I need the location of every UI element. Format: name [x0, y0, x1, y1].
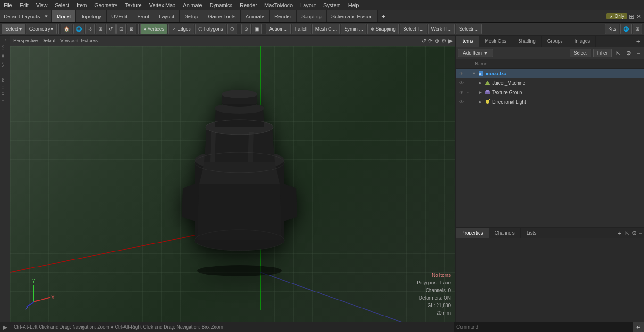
items-expand-icon[interactable]: ⇱	[614, 49, 622, 57]
sidebar-label-basic[interactable]: Ba	[0, 43, 10, 52]
geometry-button[interactable]: Geometry ▾	[26, 24, 57, 34]
item-expand-dirlight[interactable]: ▶	[479, 99, 484, 104]
add-layout-button[interactable]: +	[378, 12, 389, 21]
display-btn2[interactable]: ▣	[252, 24, 262, 34]
props-tab-add-button[interactable]: +	[614, 228, 625, 238]
items-select-btn[interactable]: Select	[570, 49, 591, 57]
props-minus-icon[interactable]: −	[639, 230, 642, 236]
items-filter-btn[interactable]: Filter	[593, 49, 612, 57]
item-eye-scene[interactable]: 👁	[458, 70, 465, 77]
transform-icon-btn[interactable]: ⊞	[96, 24, 105, 34]
mirror-icon-btn[interactable]: ⊠	[127, 24, 136, 34]
only-badge[interactable]: ★ Only	[606, 13, 627, 19]
item-row-scene[interactable]: 👁 ▼ S modo.lxo	[456, 69, 644, 78]
vp-ctrl-zoom[interactable]: ⊕	[435, 38, 439, 44]
default-layouts-dropdown[interactable]: Default Layouts ▾	[0, 10, 52, 22]
close-layout-icon[interactable]: ✕	[636, 13, 641, 20]
viewport[interactable]: Perspective Default Viewport Textures ↺ …	[10, 36, 455, 322]
rotate-icon-btn[interactable]: ↺	[106, 24, 116, 34]
item-eye-juicer[interactable]: 👁	[458, 79, 465, 87]
expand-icon[interactable]: ⊞	[629, 13, 635, 20]
viewport-textures-label[interactable]: Viewport Textures	[60, 38, 98, 43]
items-tab-meshops[interactable]: Mesh Ops	[479, 36, 512, 47]
bottom-arrow-button[interactable]: ▶	[0, 324, 10, 331]
menu-system[interactable]: System	[320, 1, 345, 9]
selecti-button[interactable]: Selecti ...	[456, 24, 482, 34]
tab-render[interactable]: Render	[270, 10, 297, 22]
falloff-button[interactable]: Falloff	[292, 24, 311, 34]
command-input[interactable]	[454, 322, 633, 332]
sidebar-label-f[interactable]: F	[0, 97, 10, 103]
item-expand-scene[interactable]: ▼	[472, 71, 478, 76]
menu-view[interactable]: View	[33, 1, 51, 9]
menu-maxtomodo[interactable]: MaxToModo	[261, 1, 297, 9]
item-row-juicer[interactable]: 👁 └ ▶ Juicer_Machine	[456, 78, 644, 88]
items-tab-add-button[interactable]: +	[633, 36, 644, 47]
menu-render[interactable]: Render	[236, 1, 261, 9]
menu-item[interactable]: Item	[73, 1, 91, 9]
sidebar-label-mesh[interactable]: Me	[0, 60, 10, 69]
menu-edit[interactable]: Edit	[16, 1, 33, 9]
edges-button[interactable]: ⟋ Edges	[168, 24, 194, 34]
mesh-type-button[interactable]: ⬡	[227, 24, 237, 34]
item-expand-juicer[interactable]: ▶	[479, 81, 484, 85]
item-eye-dirlight[interactable]: 👁	[458, 98, 465, 105]
item-row-texgrp[interactable]: 👁 └ ▶ Texture Group	[456, 88, 644, 97]
menu-help[interactable]: Help	[345, 1, 363, 9]
action-button[interactable]: Action ...	[266, 24, 291, 34]
props-tab-properties[interactable]: Properties	[456, 228, 489, 238]
display-btn1[interactable]: ⊙	[241, 24, 251, 34]
item-expand-texgrp[interactable]: ▶	[479, 90, 484, 95]
menu-vertexmap[interactable]: Vertex Map	[146, 1, 180, 9]
vp-ctrl-reset[interactable]: ⟳	[428, 38, 433, 44]
items-minus-icon[interactable]: −	[635, 49, 642, 57]
menu-texture[interactable]: Texture	[121, 1, 146, 9]
props-tab-lists[interactable]: Lists	[521, 228, 543, 238]
menu-geometry[interactable]: Geometry	[91, 1, 121, 9]
items-tab-images[interactable]: Images	[569, 36, 596, 47]
items-settings-icon[interactable]: ⚙	[624, 49, 633, 57]
props-tab-channels[interactable]: Channels	[489, 228, 521, 238]
menu-dynamics[interactable]: Dynamics	[206, 1, 236, 9]
tab-scripting[interactable]: Scripting	[297, 10, 327, 22]
viewport-perspective-label[interactable]: Perspective	[13, 38, 38, 43]
sidebar-label-duplicate[interactable]: Du	[0, 52, 10, 60]
select-button[interactable]: Select ▾	[2, 24, 25, 34]
item-eye-texgrp[interactable]: 👁	[458, 89, 465, 96]
item-row-dirlight[interactable]: 👁 └ ▶ Directional Light	[456, 97, 644, 106]
tab-setup[interactable]: Setup	[180, 10, 203, 22]
vp-ctrl-play[interactable]: ▶	[448, 38, 453, 44]
props-settings-icon[interactable]: ⚙	[632, 230, 637, 236]
items-tab-items[interactable]: Items	[456, 36, 479, 47]
menu-layout[interactable]: Layout	[297, 1, 320, 9]
globe-btn[interactable]: 🌐	[620, 24, 632, 34]
command-exec-button[interactable]: ↵	[633, 322, 644, 332]
menu-select[interactable]: Select	[51, 1, 73, 9]
tab-schematicfusion[interactable]: Schematic Fusion	[327, 10, 378, 22]
sidebar-label-uv[interactable]: U	[0, 90, 10, 97]
items-tab-groups[interactable]: Groups	[542, 36, 569, 47]
tab-gametools[interactable]: Game Tools	[203, 10, 241, 22]
tab-model[interactable]: Model	[52, 10, 76, 22]
cursor-icon-btn[interactable]: ⊹	[85, 24, 95, 34]
kits-button[interactable]: Kits	[605, 24, 619, 34]
vertices-button[interactable]: ● Vertices	[140, 24, 168, 34]
scale-icon-btn[interactable]: ⊡	[116, 24, 126, 34]
sidebar-label-edge[interactable]: E	[0, 69, 10, 75]
mesh-c-button[interactable]: Mesh C ...	[312, 24, 340, 34]
tab-uvedit[interactable]: UVEdit	[107, 10, 132, 22]
select-t-button[interactable]: Select T...	[400, 24, 427, 34]
snapping-button[interactable]: ⊕ Snapping	[367, 24, 399, 34]
viewport-canvas[interactable]: No Items Polygons : Face Channels: 0 Def…	[10, 46, 455, 322]
menu-file[interactable]: File	[0, 1, 16, 9]
symm-button[interactable]: Symm ...	[341, 24, 366, 34]
vp-ctrl-rotate[interactable]: ↺	[421, 38, 426, 44]
sidebar-expand-btn[interactable]: ◂	[0, 37, 10, 43]
polygons-button[interactable]: ⬡ Polygons	[195, 24, 226, 34]
tab-topology[interactable]: Topology	[76, 10, 107, 22]
work-pl-button[interactable]: Work Pl...	[428, 24, 455, 34]
home-icon-btn[interactable]: 🏠	[61, 24, 72, 34]
menu-animate[interactable]: Animate	[179, 1, 206, 9]
add-item-button[interactable]: Add Item ▼	[458, 49, 493, 57]
sidebar-label-poly[interactable]: Po	[0, 76, 10, 84]
